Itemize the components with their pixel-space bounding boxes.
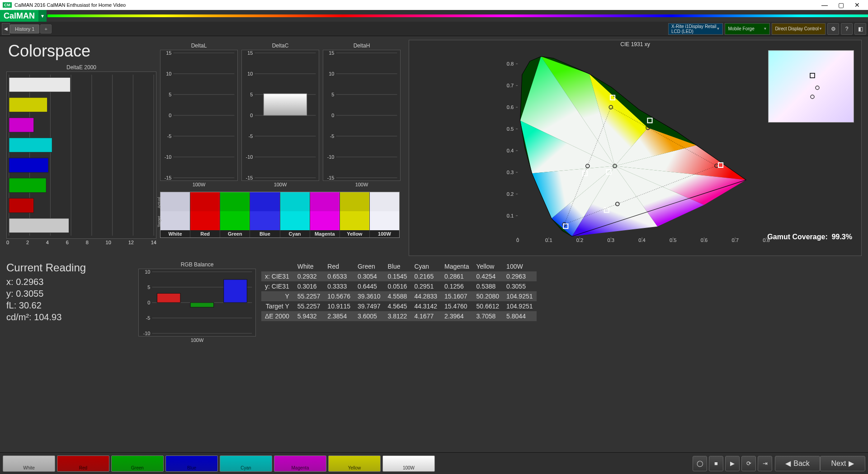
data-table: WhiteRedGreenBlueCyanMagentaYellow100Wx:… [261, 261, 862, 343]
svg-rect-120 [157, 294, 180, 303]
svg-text:-10: -10 [327, 154, 335, 160]
dropdown-source[interactable]: Mobile Forge▼ [725, 23, 770, 35]
current-reading-title: Current Reading [6, 261, 133, 274]
svg-rect-121 [190, 303, 214, 307]
svg-text:0: 0 [147, 300, 150, 305]
chart-deltal-xtick: 100W [160, 181, 238, 187]
continuous-button[interactable]: ⇥ [758, 456, 772, 471]
chevron-down-icon: ▼ [716, 27, 720, 31]
back-button[interactable]: ◀ Back [775, 456, 820, 471]
stop-button[interactable]: ■ [709, 456, 723, 471]
svg-text:0.7: 0.7 [731, 237, 739, 242]
svg-text:-5: -5 [330, 133, 335, 139]
circle-icon: ◯ [697, 460, 703, 467]
play-icon: ▶ [730, 460, 735, 467]
svg-text:0.2: 0.2 [576, 237, 584, 242]
chart-deltac: -15-10-5051015 [241, 50, 319, 181]
app-logo-icon: CM [3, 2, 12, 8]
minimize-button[interactable]: — [816, 1, 833, 9]
brand-logo: CalMAN [0, 10, 38, 22]
repeat-button[interactable]: ⟳ [741, 456, 756, 471]
svg-text:-15: -15 [165, 175, 172, 180]
chevron-down-icon: ▼ [819, 27, 822, 31]
bottom-swatch-cyan[interactable]: Cyan [220, 455, 272, 472]
svg-text:10: 10 [329, 71, 334, 76]
swatch-table: Actual Target WhiteRedGreenBlueCyanMagen… [160, 192, 400, 238]
svg-rect-13 [9, 178, 46, 193]
gamut-coverage-label: Gamut Coverage: 99.3% [767, 233, 852, 241]
svg-text:0.1: 0.1 [545, 237, 552, 242]
chart-deltah: -15-10-5051015 [323, 50, 401, 181]
help-button[interactable]: ? [841, 23, 853, 35]
bottom-swatch-yellow[interactable]: Yellow [328, 455, 381, 472]
svg-rect-12 [9, 158, 48, 172]
svg-rect-10 [9, 118, 34, 132]
svg-text:0.1: 0.1 [507, 213, 514, 218]
close-button[interactable]: ✕ [849, 1, 865, 9]
current-reading-panel: Current Reading x: 0.2963 y: 0.3055 fL: … [6, 261, 133, 343]
chart-deltae2000 [6, 71, 156, 239]
svg-text:0: 0 [169, 113, 171, 118]
continuous-icon: ⇥ [763, 460, 768, 467]
svg-text:5: 5 [331, 92, 334, 97]
chart-title-deltah: DeltaH [323, 43, 401, 49]
svg-text:-5: -5 [146, 315, 151, 321]
svg-rect-15 [9, 218, 69, 233]
chart-deltal: -15-10-5051015 [160, 50, 238, 181]
svg-point-108 [816, 86, 819, 90]
svg-text:0.8: 0.8 [507, 61, 514, 66]
svg-text:5: 5 [250, 92, 253, 97]
maximize-button[interactable]: ▢ [833, 1, 849, 9]
brand-menu-button[interactable]: ▼ [38, 10, 47, 22]
tab-history-1[interactable]: History 1 [10, 24, 39, 33]
dropdown-display-control[interactable]: Direct Display Control▼ [772, 23, 826, 35]
svg-text:0: 0 [250, 113, 253, 118]
svg-text:5: 5 [147, 284, 150, 290]
svg-rect-107 [810, 73, 815, 78]
svg-text:0: 0 [516, 237, 519, 242]
svg-text:0.3: 0.3 [507, 170, 514, 175]
chart-title-rgb: RGB Balance [138, 261, 256, 268]
svg-rect-44 [264, 94, 307, 115]
bottom-swatch-blue[interactable]: Blue [165, 455, 218, 472]
bottom-swatch-red[interactable]: Red [57, 455, 109, 472]
svg-text:0: 0 [331, 113, 334, 118]
svg-text:10: 10 [166, 71, 171, 76]
settings-button[interactable]: ⚙ [827, 23, 839, 35]
svg-text:0.5: 0.5 [507, 126, 514, 132]
bottom-swatch-100w[interactable]: 100W [382, 455, 435, 472]
svg-text:-5: -5 [249, 133, 253, 139]
svg-text:10: 10 [247, 71, 253, 76]
bottom-swatch-green[interactable]: Green [111, 455, 164, 472]
svg-text:-15: -15 [327, 175, 335, 180]
svg-rect-9 [9, 98, 47, 112]
chart-title-deltae2000: DeltaE 2000 [6, 64, 156, 71]
play-button[interactable]: ▶ [725, 456, 740, 471]
record-button[interactable]: ◯ [693, 456, 707, 471]
chart-cie: CIE 1931 xy 00.10.20.30.40.50.60.70.80.1… [409, 40, 862, 256]
svg-text:0.2: 0.2 [507, 191, 514, 197]
bottom-swatch-magenta[interactable]: Magenta [274, 455, 326, 472]
svg-text:-10: -10 [143, 331, 151, 336]
dropdown-meter[interactable]: X-Rite i1Display Retail LCD (LED) ▼ [668, 23, 723, 35]
main-content: Colorspace DeltaE 2000 02468101214 Delta… [0, 36, 868, 452]
bottom-swatch-white[interactable]: White [3, 455, 55, 472]
window-title: CalMAN 2016 CalMAN Enthusiast for Home V… [14, 2, 126, 8]
panel-toggle-button[interactable]: ◧ [854, 23, 866, 35]
svg-text:0.4: 0.4 [638, 237, 646, 242]
next-button[interactable]: Next ▶ [820, 456, 865, 471]
svg-text:5: 5 [169, 92, 171, 97]
swatch-actual-label: Actual [157, 197, 161, 208]
chart-deltae2000-xticks: 02468101214 [6, 239, 156, 245]
chart-title-deltal: DeltaL [160, 43, 238, 49]
svg-text:-15: -15 [246, 175, 253, 180]
chart-title-cie: CIE 1931 xy [409, 41, 861, 47]
svg-text:-5: -5 [167, 133, 172, 139]
stop-icon: ■ [714, 460, 718, 467]
history-back-button[interactable]: ◀ [2, 23, 10, 35]
tab-add-button[interactable]: + [40, 24, 51, 33]
svg-text:0.4: 0.4 [507, 148, 514, 153]
page-title: Colorspace [8, 42, 156, 61]
chart-rgb-xtick: 100W [138, 337, 256, 343]
rainbow-stripe [47, 14, 868, 17]
